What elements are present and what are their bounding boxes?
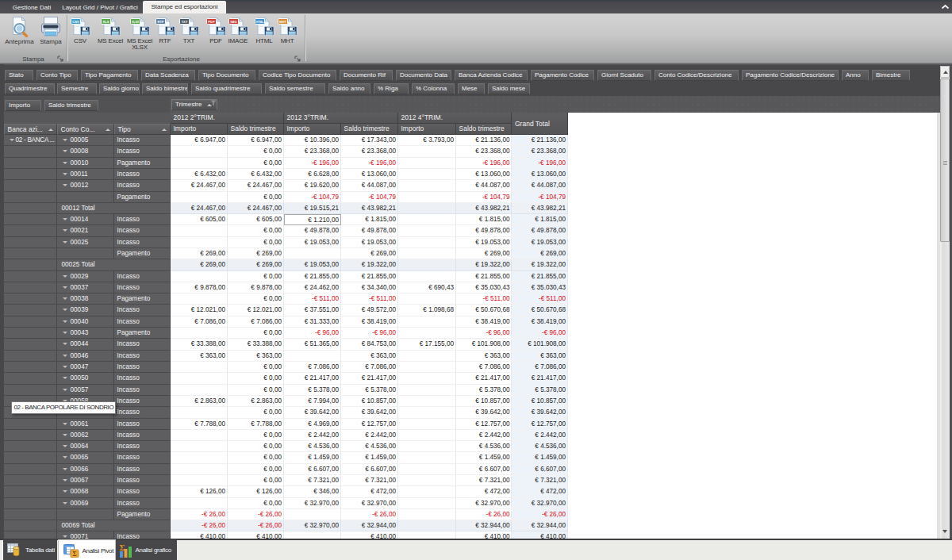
svg-text:XLS: XLS <box>102 20 109 24</box>
svg-text:PDF: PDF <box>208 20 215 24</box>
svg-text:RTF: RTF <box>157 20 164 24</box>
svg-text:MHT: MHT <box>279 20 287 24</box>
svg-text:IMG: IMG <box>231 20 237 24</box>
svg-text:TXT: TXT <box>182 20 188 24</box>
svg-text:HTML: HTML <box>256 21 263 24</box>
svg-text:XLSX: XLSX <box>132 21 140 24</box>
svg-text:CSV: CSV <box>72 20 79 24</box>
svg-text:Σ: Σ <box>72 550 76 558</box>
